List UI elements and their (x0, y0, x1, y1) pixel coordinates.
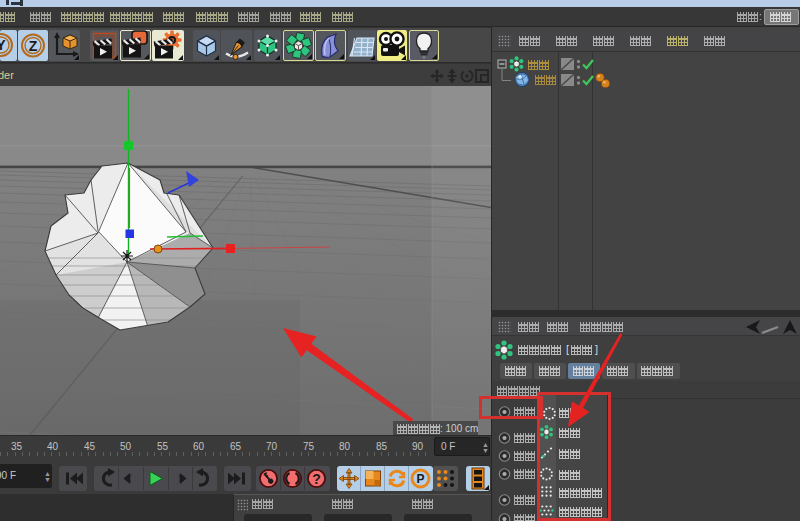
svg-text:Z: Z (29, 38, 38, 54)
svg-text:?: ? (312, 471, 321, 487)
svg-text:P: P (416, 472, 424, 486)
svg-text:Y: Y (0, 37, 6, 53)
